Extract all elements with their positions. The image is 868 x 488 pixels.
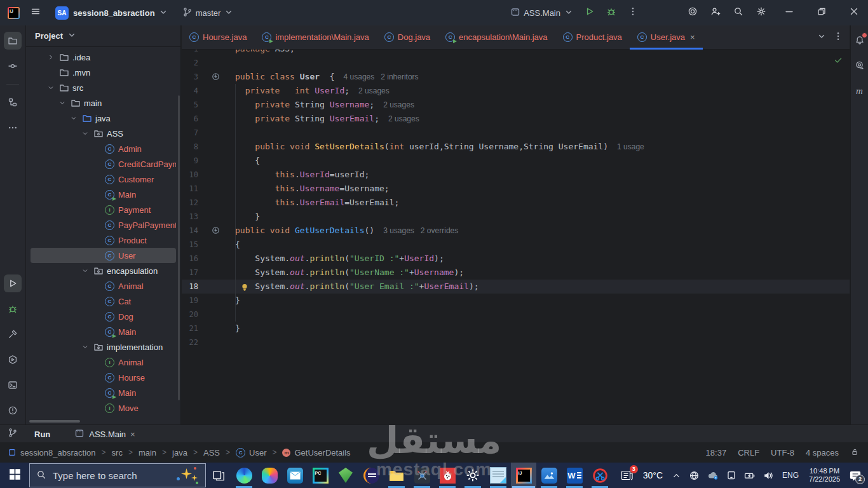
tree-item-creditcardpayment[interactable]: CCreditCardPayment: [31, 156, 176, 172]
tool-maven-button[interactable]: m: [853, 84, 867, 98]
tab-user-java[interactable]: CUser.java×: [630, 25, 703, 49]
tree-item-payment[interactable]: IPayment: [31, 202, 176, 217]
run-button[interactable]: [580, 3, 599, 22]
code-line-5[interactable]: 5 private String Username;2 usages: [182, 98, 850, 112]
code-line-17[interactable]: 17 System.out.println("UserName :"+Usern…: [182, 266, 850, 280]
code-line-21[interactable]: 21}: [182, 322, 850, 336]
taskbar-eclipse-button[interactable]: [358, 463, 384, 488]
taskbar-task-view-button[interactable]: [206, 463, 231, 488]
line-ending[interactable]: CRLF: [738, 448, 759, 458]
taskbar-edge-button[interactable]: [231, 463, 257, 488]
main-menu-button[interactable]: [26, 3, 45, 22]
code-line-18[interactable]: 18 System.out.println("User Email :"+Use…: [182, 280, 850, 294]
tab-hourse-java[interactable]: CHourse.java: [182, 25, 254, 49]
project-widget[interactable]: SA session8_absraction: [51, 4, 172, 22]
tree-item-product[interactable]: CProduct: [31, 233, 176, 248]
tool-services-button[interactable]: [4, 351, 22, 369]
vertical-scrollbar[interactable]: [178, 95, 180, 400]
taskbar-green-gem-app-button[interactable]: [333, 463, 358, 488]
tree-item-cat[interactable]: CCat: [31, 294, 176, 309]
tree-item-ass[interactable]: ASS: [31, 126, 176, 141]
tool-build-button[interactable]: [4, 325, 22, 343]
taskbar-snipping-tool-button[interactable]: [587, 463, 613, 488]
project-panel-header[interactable]: Project: [26, 25, 180, 47]
chevron-down-icon[interactable]: [69, 114, 78, 123]
code-line-19[interactable]: 19}: [182, 294, 850, 308]
network-globe-icon[interactable]: [686, 463, 702, 488]
lock-icon[interactable]: [850, 447, 859, 458]
code-line-10[interactable]: 10 this.UserId=userId;: [182, 168, 850, 182]
usages-hint[interactable]: 2 usages: [358, 84, 390, 98]
code-with-me-button[interactable]: [706, 3, 725, 22]
more-run-options-button[interactable]: [623, 3, 642, 22]
tree-item-java[interactable]: java: [31, 111, 176, 126]
tree-item-paypalpayment[interactable]: CPayPalPayment: [31, 217, 176, 233]
tree-item-main[interactable]: CMain: [31, 187, 176, 202]
tree-item-customer[interactable]: CCustomer: [31, 172, 176, 187]
tool-terminal-button[interactable]: [4, 376, 22, 394]
tool-project-button[interactable]: [4, 32, 22, 50]
breadcrumb-item[interactable]: mGetUserDetails: [282, 448, 350, 458]
chevron-down-icon[interactable]: [80, 342, 90, 352]
chevron-down-icon[interactable]: [80, 266, 90, 276]
tab-options-button[interactable]: [833, 31, 843, 44]
onedrive-cloud-icon[interactable]: [705, 463, 721, 488]
code-line-4[interactable]: 4 private int UserId;2 usages: [182, 84, 850, 98]
tree-item-admin[interactable]: CAdmin: [31, 141, 176, 156]
taskbar-photos-button[interactable]: [536, 463, 562, 488]
tree-item-hourse[interactable]: CHourse: [31, 370, 176, 385]
tool-ai-assistant-button[interactable]: [853, 58, 867, 72]
breadcrumb-item[interactable]: session8_absraction: [8, 448, 96, 458]
usages-hint[interactable]: 2 usages: [383, 98, 414, 112]
tool-commit-button[interactable]: [4, 57, 22, 75]
volume-icon[interactable]: [760, 463, 776, 488]
ai-assistant-button[interactable]: [683, 3, 702, 22]
code-line-22[interactable]: 22: [182, 336, 850, 349]
usages-hint[interactable]: 3 usages 2 overrides: [383, 224, 458, 238]
tab-implementation-main-java[interactable]: Cimplementation\Main.java: [254, 25, 376, 49]
input-language-button[interactable]: ENG: [778, 471, 803, 480]
tree-item-.idea[interactable]: .idea: [31, 50, 176, 65]
tree-item-src[interactable]: src: [31, 80, 176, 95]
minimize-button[interactable]: [775, 0, 803, 25]
tablet-mode-icon[interactable]: [724, 463, 739, 488]
tree-item-main[interactable]: CMain: [31, 324, 176, 339]
close-icon[interactable]: ×: [130, 430, 135, 439]
horizontal-scrollbar[interactable]: [29, 420, 80, 423]
hidden-tabs-button[interactable]: [817, 31, 827, 44]
taskbar-notepad-button[interactable]: [485, 463, 511, 488]
search-everywhere-button[interactable]: [729, 3, 748, 22]
taskbar-intellij-idea-button[interactable]: IJ: [511, 463, 536, 488]
tree-item-implementation[interactable]: implementation: [31, 339, 176, 355]
tool-run-button[interactable]: [4, 274, 22, 292]
tool-problems-button[interactable]: [4, 402, 22, 419]
tab-product-java[interactable]: CProduct.java: [555, 25, 630, 49]
tree-item-user[interactable]: CUser: [31, 248, 176, 263]
code-line-11[interactable]: 11 this.Username=Username;: [182, 182, 850, 196]
chevron-down-icon[interactable]: [46, 83, 55, 93]
taskbar-search-input[interactable]: Type here to search: [29, 463, 206, 487]
code-line-2[interactable]: 2: [182, 56, 850, 70]
breadcrumb-item[interactable]: src: [112, 448, 123, 458]
taskbar-file-explorer-button[interactable]: [384, 463, 409, 488]
tool-structure-button[interactable]: [4, 93, 22, 111]
tree-item-move[interactable]: IMove: [31, 400, 176, 416]
tree-item-main[interactable]: CMain: [31, 385, 176, 400]
taskbar-word-button[interactable]: W: [562, 463, 587, 488]
taskbar-ladybug-app-button[interactable]: [435, 463, 460, 488]
restore-button[interactable]: [807, 0, 836, 25]
taskbar-pycharm-button[interactable]: PC: [308, 463, 333, 488]
taskbar-mail-button[interactable]: [282, 463, 308, 488]
code-editor[interactable]: 1package ASS;23public class User {4 usag…: [182, 50, 850, 424]
code-line-15[interactable]: 15{: [182, 238, 850, 252]
code-line-6[interactable]: 6 private String UserEmail;2 usages: [182, 112, 850, 126]
code-line-14[interactable]: 14public void GetUserDetails()3 usages 2…: [182, 224, 850, 238]
tab-encapsulation-main-java[interactable]: Cencapsulation\Main.java: [438, 25, 555, 49]
tool-notifications-button[interactable]: [853, 33, 867, 47]
usages-hint[interactable]: 4 usages 2 inheritors: [344, 70, 419, 84]
code-line-8[interactable]: 8 public void SetUserDetails(int userId,…: [182, 140, 850, 154]
settings-button[interactable]: [752, 3, 771, 22]
tree-item-animal[interactable]: IAnimal: [31, 355, 176, 370]
version-control-tool[interactable]: [0, 428, 25, 440]
tree-item-.mvn[interactable]: .mvn: [31, 65, 176, 80]
